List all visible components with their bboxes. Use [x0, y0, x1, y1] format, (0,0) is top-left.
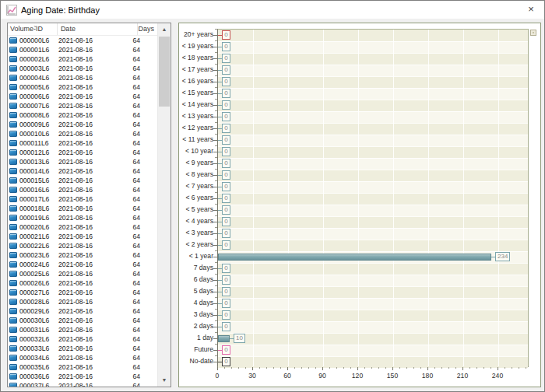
table-row[interactable]: 000031L62021-08-1664: [8, 325, 157, 334]
scroll-down-icon[interactable]: ▼: [158, 374, 171, 387]
table-row[interactable]: 000010L62021-08-1664: [8, 129, 157, 138]
volume-id-value: 000032L6: [19, 335, 49, 343]
volume-id-value: 000001L6: [19, 46, 49, 54]
table-row[interactable]: 000009L62021-08-1664: [8, 120, 157, 129]
table-row[interactable]: 000027L62021-08-1664: [8, 288, 157, 297]
table-row[interactable]: 000026L62021-08-1664: [8, 278, 157, 288]
table-row[interactable]: 000019L62021-08-1664: [8, 213, 157, 222]
table-row[interactable]: 000003L62021-08-1664: [8, 64, 157, 73]
table-scrollbar[interactable]: ▲ ▼: [157, 23, 171, 387]
column-header-volume-id[interactable]: ⌄ Volume-ID: [8, 23, 58, 35]
title-bar: Aging Date: Birthday ×: [1, 1, 544, 19]
y-axis-minor-tick: [215, 180, 217, 181]
table-row[interactable]: 000001L62021-08-1664: [8, 45, 157, 54]
volume-id-cell: 000002L6: [8, 55, 55, 63]
table-row[interactable]: 000036L62021-08-1664: [8, 372, 157, 381]
y-axis-category-label: 4 days: [179, 297, 213, 309]
table-row[interactable]: 000005L62021-08-1664: [8, 82, 157, 92]
table-row[interactable]: 000032L62021-08-1664: [8, 334, 157, 344]
y-axis-minor-tick: [215, 99, 217, 100]
volume-id-value: 000016L6: [19, 186, 49, 194]
table-row[interactable]: 000030L62021-08-1664: [8, 316, 157, 325]
table-row[interactable]: 000013L62021-08-1664: [8, 157, 157, 166]
days-cell: 64: [132, 223, 157, 231]
table-row[interactable]: 000020L62021-08-1664: [8, 222, 157, 232]
table-row[interactable]: 000022L62021-08-1664: [8, 241, 157, 250]
table-row[interactable]: 000000L62021-08-1664: [8, 36, 157, 45]
scroll-up-icon[interactable]: ▲: [158, 23, 171, 36]
close-button[interactable]: ×: [518, 1, 544, 19]
x-axis-minor-tick: [483, 367, 484, 369]
table-row[interactable]: 000006L62021-08-1664: [8, 92, 157, 101]
value-box: 0: [222, 54, 230, 63]
table-row[interactable]: 000034L62021-08-1664: [8, 353, 157, 362]
table-row[interactable]: 000029L62021-08-1664: [8, 306, 157, 316]
x-axis-minor-tick: [301, 367, 302, 369]
days-cell: 64: [132, 83, 157, 91]
table-row[interactable]: 000012L62021-08-1664: [8, 148, 157, 157]
table-row[interactable]: 000004L62021-08-1664: [8, 73, 157, 82]
table-row[interactable]: 000037L62021-08-1664: [8, 381, 157, 387]
y-axis-tick: [213, 152, 217, 152]
y-axis-minor-tick: [215, 52, 217, 53]
volume-cartridge-icon: [9, 121, 17, 128]
volume-id-cell: 000012L6: [8, 149, 55, 156]
x-axis-minor-tick: [441, 367, 442, 369]
scrollbar-thumb[interactable]: [159, 37, 170, 107]
table-row[interactable]: 000033L62021-08-1664: [8, 344, 157, 353]
plot-area: 00000000000000000002340000001000: [217, 29, 529, 367]
value-box: 0: [222, 229, 230, 238]
table-row[interactable]: 000002L62021-08-1664: [8, 54, 157, 64]
chart-bar-row: 0: [218, 135, 528, 146]
chart-bar-row: 0: [218, 88, 528, 100]
value-box: 0: [222, 264, 230, 273]
x-axis-tick: [462, 367, 463, 370]
value-box: 0: [222, 100, 230, 110]
x-axis-minor-tick: [308, 367, 309, 369]
table-row[interactable]: 000017L62021-08-1664: [8, 194, 157, 204]
chart-bar-row: 0: [218, 158, 528, 170]
days-cell: 64: [132, 65, 157, 72]
table-row[interactable]: 000028L62021-08-1664: [8, 297, 157, 306]
table-row[interactable]: 000011L62021-08-1664: [8, 138, 157, 148]
column-header-days[interactable]: Days: [138, 23, 157, 35]
chart-bar-row: 0: [218, 41, 528, 53]
volume-cartridge-icon: [9, 75, 17, 81]
date-cell: 2021-08-16: [55, 326, 132, 334]
volume-cartridge-icon: [9, 355, 17, 361]
table-row[interactable]: 000018L62021-08-1664: [8, 204, 157, 213]
days-cell: 64: [132, 139, 157, 147]
date-cell: 2021-08-16: [55, 205, 132, 212]
date-cell: 2021-08-16: [55, 242, 132, 250]
x-axis-minor-tick: [266, 367, 267, 369]
y-axis-tick: [213, 338, 217, 339]
value-box: 0: [222, 170, 230, 180]
volume-cartridge-icon: [9, 177, 17, 184]
volume-id-value: 000035L6: [19, 363, 49, 371]
table-row[interactable]: 000025L62021-08-1664: [8, 269, 157, 278]
value-box: 0: [222, 240, 230, 250]
table-row[interactable]: 000007L62021-08-1664: [8, 101, 157, 110]
table-row[interactable]: 000008L62021-08-1664: [8, 110, 157, 120]
table-row[interactable]: 000023L62021-08-1664: [8, 250, 157, 260]
date-cell: 2021-08-16: [55, 139, 132, 147]
table-row[interactable]: 000015L62021-08-1664: [8, 176, 157, 185]
x-axis-minor-tick: [329, 367, 330, 369]
days-cell: 64: [132, 242, 157, 250]
value-box: 0: [222, 159, 230, 168]
table-row[interactable]: 000021L62021-08-1664: [8, 232, 157, 241]
table-row[interactable]: 000035L62021-08-1664: [8, 362, 157, 372]
volume-id-value: 000003L6: [19, 65, 49, 72]
table-row[interactable]: 000024L62021-08-1664: [8, 260, 157, 269]
volume-cartridge-icon: [9, 187, 17, 193]
column-header-date[interactable]: Date: [58, 23, 139, 35]
volume-id-value: 000037L6: [19, 382, 49, 387]
volume-id-cell: 000027L6: [8, 289, 55, 296]
volume-id-value: 000022L6: [19, 242, 49, 250]
date-cell: 2021-08-16: [55, 74, 132, 82]
date-cell: 2021-08-16: [55, 345, 132, 352]
table-row[interactable]: 000014L62021-08-1664: [8, 166, 157, 176]
volume-id-value: 000026L6: [19, 279, 49, 287]
table-row[interactable]: 000016L62021-08-1664: [8, 185, 157, 194]
chart-corner-widget[interactable]: [530, 30, 536, 36]
